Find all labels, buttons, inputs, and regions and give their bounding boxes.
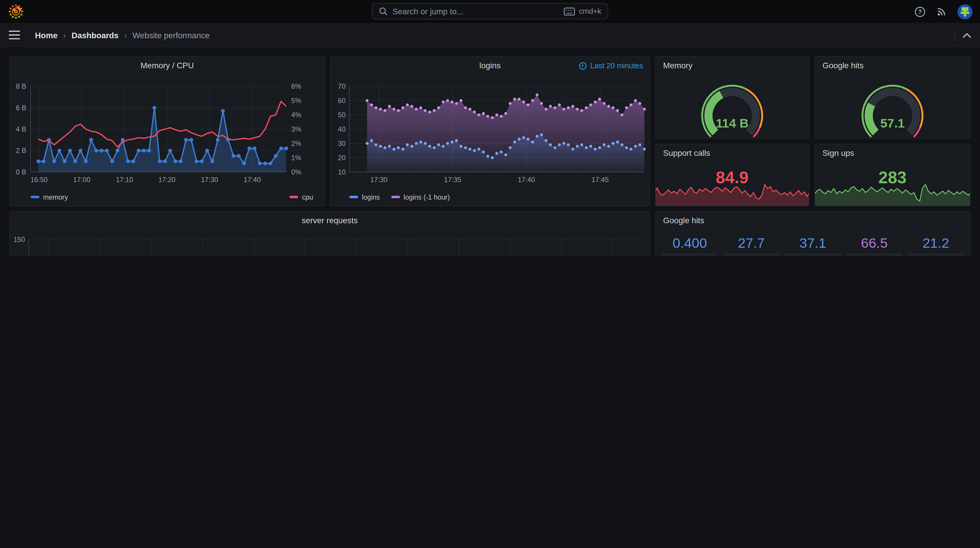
svg-text:4 B: 4 B: [16, 126, 26, 133]
panel-google-hits-bars: Google hits 0.400A-series27.7B-series37.…: [655, 211, 970, 256]
svg-text:20: 20: [338, 154, 346, 162]
svg-text:17:00: 17:00: [73, 176, 91, 183]
chevron-up-icon: [963, 32, 971, 38]
panel-title[interactable]: Sign ups: [822, 148, 854, 158]
legend-item-logins[interactable]: logins: [349, 193, 380, 201]
bar-gauge-value: 21.2: [908, 234, 964, 253]
svg-text:16:50: 16:50: [30, 176, 48, 183]
legend-item-cpu[interactable]: cpu: [290, 193, 313, 201]
gauge-value: 57.1: [815, 116, 970, 131]
top-navigation: Search or jump to... cmd+k ?: [0, 0, 980, 23]
search-placeholder: Search or jump to...: [393, 7, 559, 16]
breadcrumb-separator: ›: [63, 30, 66, 40]
svg-text:17:40: 17:40: [243, 176, 261, 183]
chart-legend: memorycpu: [30, 193, 313, 201]
svg-text:1%: 1%: [291, 154, 301, 162]
panel-support-calls: Support calls 84.9: [655, 144, 810, 206]
gauge-value: 114 B: [655, 116, 809, 131]
bar-gauge-column-c-series[interactable]: 37.1C-series: [785, 234, 841, 256]
svg-text:30: 30: [338, 140, 346, 147]
legend-item-logins-1-hour-[interactable]: logins (-1 hour): [391, 193, 450, 201]
svg-text:17:20: 17:20: [158, 176, 176, 183]
svg-text:17:35: 17:35: [444, 176, 461, 183]
bar-gauge-track: [846, 253, 902, 256]
menu-button[interactable]: [9, 30, 21, 40]
svg-text:10: 10: [338, 168, 346, 176]
panel-title[interactable]: Memory / CPU: [10, 61, 325, 70]
svg-text:17:10: 17:10: [116, 176, 133, 183]
stat-value: 84.9: [655, 168, 809, 187]
user-avatar[interactable]: [958, 4, 972, 19]
panel-server-requests: server requests 15010050016:5016:5517:00…: [10, 211, 650, 256]
rss-icon: [936, 6, 947, 17]
breadcrumb-separator: ›: [124, 30, 127, 40]
bar-gauge-column-a-series[interactable]: 0.400A-series: [662, 234, 718, 256]
svg-text:2 B: 2 B: [16, 147, 26, 155]
svg-text:60: 60: [338, 97, 346, 105]
bar-gauge-track: [785, 253, 841, 256]
bar-gauge-track: [723, 253, 780, 256]
panel-title[interactable]: Memory: [663, 61, 693, 70]
breadcrumb-current: Website performance: [132, 30, 209, 40]
keyboard-icon: [564, 7, 576, 16]
svg-text:6 B: 6 B: [16, 104, 26, 112]
svg-text:17:30: 17:30: [371, 176, 388, 183]
svg-text:5%: 5%: [291, 97, 301, 105]
svg-text:50: 50: [338, 111, 346, 119]
breadcrumb-home[interactable]: Home: [35, 30, 57, 40]
avatar-icon: [958, 4, 972, 19]
legend-item-memory[interactable]: memory: [30, 193, 68, 201]
menu-icon: [9, 30, 21, 40]
panel-google-hits-gauge: Google hits 57.1: [815, 56, 970, 139]
bar-gauge-column-e-series[interactable]: 21.2E-series: [908, 234, 964, 256]
svg-text:6%: 6%: [291, 83, 301, 90]
bar-gauge-value: 0.400: [662, 234, 718, 253]
bar-gauge: 0.400A-series27.7B-series37.1C-series66.…: [662, 234, 964, 256]
legend-swatch: [290, 196, 298, 198]
panel-title[interactable]: Google hits: [663, 216, 705, 225]
bar-gauge-value: 66.5: [846, 234, 902, 253]
help-button[interactable]: ?: [915, 6, 926, 17]
dashboard-grid: Memory / CPU 8 B6 B4 B2 B0 B6%5%4%3%2%1%…: [0, 47, 980, 256]
panel-sign-ups: Sign ups 283: [815, 144, 970, 206]
legend-swatch: [30, 196, 40, 198]
svg-text:17:40: 17:40: [518, 176, 535, 183]
grafana-logo-icon[interactable]: [8, 4, 24, 19]
panel-title[interactable]: Google hits: [822, 61, 864, 70]
logins-chart[interactable]: 7060504030201017:3017:3517:4017:45: [331, 57, 650, 206]
svg-text:3%: 3%: [291, 126, 301, 133]
panel-time-range[interactable]: Last 20 minutes: [579, 61, 643, 70]
svg-text:0%: 0%: [291, 168, 301, 176]
svg-text:17:45: 17:45: [592, 176, 609, 183]
breadcrumb-dashboards[interactable]: Dashboards: [72, 30, 118, 40]
search-input[interactable]: Search or jump to... cmd+k: [372, 3, 608, 19]
svg-text:0 B: 0 B: [16, 168, 26, 176]
chart-legend: loginslogins (-1 hour): [349, 193, 450, 201]
svg-text:17:30: 17:30: [201, 176, 218, 183]
svg-text:70: 70: [338, 83, 346, 90]
bar-gauge-track: [662, 253, 718, 256]
panel-title[interactable]: server requests: [10, 216, 649, 225]
bar-gauge-value: 37.1: [785, 234, 841, 253]
breadcrumb-bar: Home › Dashboards › Website performance: [0, 23, 980, 47]
search-icon: [379, 7, 388, 16]
legend-swatch: [391, 196, 400, 198]
collapse-button[interactable]: [963, 32, 971, 38]
breadcrumb: Home › Dashboards › Website performance: [35, 30, 209, 40]
clock-icon: [579, 62, 587, 70]
grafana-app: Search or jump to... cmd+k ?: [0, 0, 980, 256]
panel-memory-gauge: Memory 114 B: [655, 56, 810, 139]
news-button[interactable]: [936, 6, 947, 17]
svg-text:4%: 4%: [291, 111, 301, 119]
stat-value: 283: [815, 168, 970, 187]
keyboard-shortcut: cmd+k: [564, 7, 601, 16]
memory-cpu-chart[interactable]: 8 B6 B4 B2 B0 B6%5%4%3%2%1%0%16:5017:001…: [10, 57, 325, 206]
panel-memory-cpu: Memory / CPU 8 B6 B4 B2 B0 B6%5%4%3%2%1%…: [10, 56, 325, 206]
divider: [955, 29, 955, 41]
bar-gauge-column-b-series[interactable]: 27.7B-series: [723, 234, 780, 256]
svg-text:?: ?: [918, 8, 922, 15]
panel-logins: logins Last 20 minutes 7060504030201017:…: [330, 56, 650, 206]
panel-title[interactable]: Support calls: [663, 148, 710, 158]
bar-gauge-column-d-series[interactable]: 66.5D-series: [846, 234, 902, 256]
help-icon: ?: [915, 6, 926, 17]
